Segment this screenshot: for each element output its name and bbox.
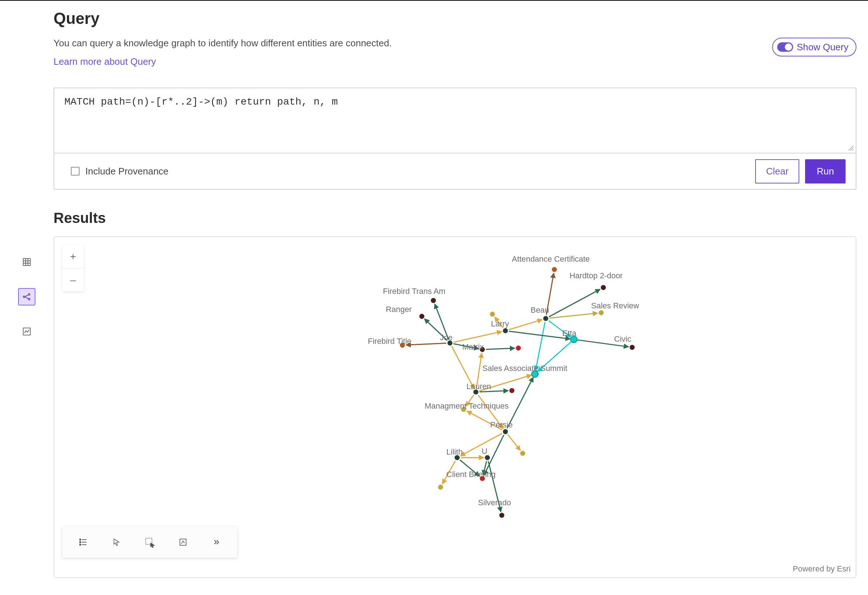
graph-node[interactable] [485,455,490,460]
table-view-button[interactable] [18,253,35,271]
graph-edge[interactable] [406,343,447,345]
legend-button[interactable] [66,527,100,557]
show-query-toggle[interactable]: Show Query [772,38,856,56]
graph-node-label: Lauren [466,382,491,391]
chart-view-button[interactable] [18,323,35,340]
page-title: Query [53,9,856,28]
clear-button[interactable]: Clear [755,159,799,184]
graph-node[interactable] [419,314,424,319]
more-tools-button[interactable] [200,527,233,557]
learn-more-link[interactable]: Learn more about Query [53,56,156,67]
graph-node-label: Client Briefing [446,470,496,479]
graph-node[interactable] [490,312,495,317]
svg-point-5 [23,296,25,298]
graph-node[interactable] [499,513,504,518]
graph-node-label: Lilith [446,447,462,456]
graph-node[interactable] [503,328,508,333]
graph-edge[interactable] [536,322,545,371]
graph-node[interactable] [630,345,635,350]
svg-rect-21 [180,539,186,545]
svg-point-6 [28,293,30,295]
graph-node[interactable] [543,316,548,321]
query-input[interactable] [54,88,856,151]
graph-node-label: Civic [614,335,631,343]
graph-node[interactable] [601,285,606,290]
graph-node-label: Beau [531,305,549,315]
svg-rect-0 [23,258,30,266]
graph-node-label: Hardtop 2-door [570,271,623,280]
graph-edge[interactable] [509,320,542,330]
graph-node-label: U [482,447,487,456]
results-panel: + – Attendance CertificateHardtop 2-door… [53,236,856,578]
svg-point-16 [80,542,81,543]
graph-edge[interactable] [453,332,502,342]
graph-node[interactable] [431,298,436,303]
graph-node-label: Larry [491,319,509,328]
graph-node[interactable] [438,485,443,490]
view-rail [0,1,53,595]
graph-node-label: Joe [440,333,452,342]
svg-line-13 [852,149,853,151]
graph-edge[interactable] [486,348,515,349]
graph-edge[interactable] [508,434,520,450]
graph-node-label: Persie [490,420,513,429]
graph-node-label: Etta [562,329,577,337]
graph-view-button[interactable] [18,288,35,305]
graph-edge[interactable] [549,313,598,318]
toggle-switch-icon [777,42,793,52]
results-title: Results [53,210,856,226]
extent-tool-button[interactable] [166,527,200,557]
graph-node-label: Firebird Trans Am [383,287,446,296]
pointer-tool-button[interactable] [100,527,133,557]
graph-toolbar [62,527,237,558]
show-query-label: Show Query [797,41,849,53]
graph-node-label: Attendance Certificate [512,255,589,263]
graph-node-label: Firebird Title [368,337,411,346]
graph-node[interactable] [520,451,525,456]
intro-text: You can query a knowledge graph to ident… [53,38,772,49]
attribution-text: Powered by Esri [793,564,851,574]
graph-node-label: Sales Review [591,301,639,310]
graph-node[interactable] [599,310,604,315]
svg-point-7 [28,298,30,300]
include-provenance-label: Include Provenance [86,166,168,177]
graph-node[interactable] [509,388,514,393]
graph-node[interactable] [516,346,521,351]
graph-node-label: Silverado [478,498,511,507]
graph-node[interactable] [552,267,557,272]
run-button[interactable]: Run [805,159,846,184]
graph-node-label: Managment Techniques [425,401,508,410]
svg-line-9 [25,297,28,299]
knowledge-graph-canvas[interactable]: Attendance CertificateHardtop 2-doorFire… [54,237,856,577]
svg-point-18 [80,544,81,545]
graph-edge[interactable] [509,331,570,339]
graph-node-label: Sales Associate Summit [483,364,567,373]
query-panel: Include Provenance Clear Run [53,87,856,189]
svg-point-14 [80,539,81,540]
svg-line-8 [25,295,28,297]
graph-node-label: Ranger [386,305,412,314]
graph-node-label: Matrix [462,342,484,351]
graph-node[interactable] [503,429,508,434]
select-tool-button[interactable] [133,527,166,557]
resize-handle-icon[interactable] [849,145,853,151]
include-provenance-checkbox[interactable] [71,167,80,176]
